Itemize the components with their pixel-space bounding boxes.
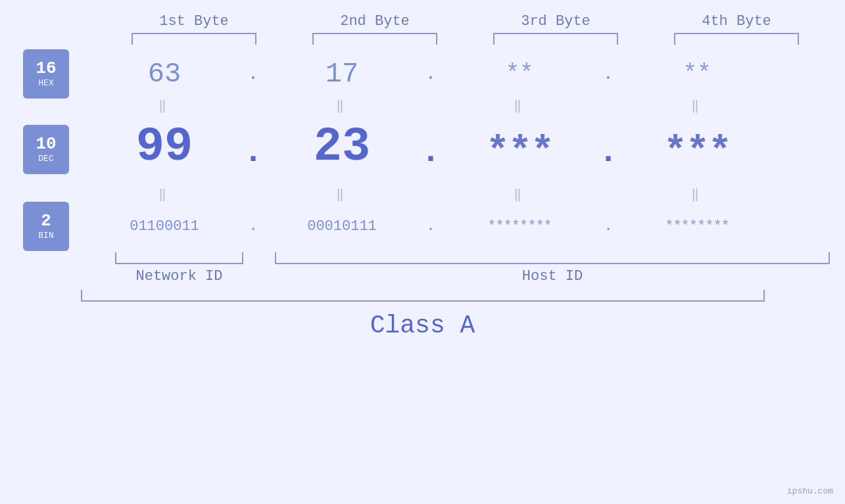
- class-row: Class A: [0, 311, 845, 340]
- dec-b1: 99: [92, 120, 237, 174]
- eq-col6: ‖: [270, 186, 414, 202]
- dec-b2: 23: [270, 120, 414, 174]
- bin-dot1: .: [237, 218, 270, 235]
- bin-b1: 01100011: [92, 218, 237, 235]
- byte3-label: 3rd Byte: [483, 13, 628, 30]
- network-bracket-bottom: [115, 252, 243, 264]
- bin-b4: ********: [625, 218, 769, 235]
- eq-cols-2: ‖ ‖ ‖ ‖: [92, 186, 845, 202]
- bin-b3: ********: [447, 218, 592, 235]
- bin-badge: 2 BIN: [23, 202, 69, 251]
- dec-badge-col: 10 DEC: [0, 125, 92, 174]
- hex-number: 16: [36, 60, 56, 77]
- dec-dot1: .: [237, 136, 270, 174]
- hex-dot3: .: [592, 64, 625, 84]
- hex-b3: **: [447, 60, 592, 87]
- bracket-b4: [674, 33, 799, 45]
- hex-data-cols: 63 . 17 . ** . **: [92, 58, 845, 90]
- eq-col2: ‖: [270, 97, 414, 114]
- watermark: ipshu.com: [787, 486, 833, 496]
- bin-data-cols: 01100011 . 00010111 . ******** . *******…: [92, 218, 845, 235]
- network-id-area: Network ID: [92, 252, 266, 285]
- bin-name: BIN: [38, 231, 53, 241]
- bracket-row-top: [104, 33, 827, 45]
- dec-b3: ***: [447, 129, 592, 174]
- bin-b2: 00010111: [270, 218, 414, 235]
- eq-col4: ‖: [625, 97, 769, 114]
- dec-data-cols: 99 . 23 . *** . ***: [92, 120, 845, 179]
- eq-col7: ‖: [447, 186, 592, 202]
- byte2-label: 2nd Byte: [302, 13, 447, 30]
- bracket-b2: [312, 33, 437, 45]
- main-container: 1st Byte 2nd Byte 3rd Byte 4th Byte 16 H…: [0, 0, 845, 504]
- bin-number: 2: [41, 212, 51, 229]
- host-id-area: Host ID: [266, 252, 838, 285]
- class-label: Class A: [370, 311, 475, 340]
- equals-row-1: ‖ ‖ ‖ ‖: [0, 95, 845, 115]
- class-area: Class A: [0, 290, 845, 340]
- hex-name: HEX: [38, 78, 53, 88]
- eq-col3: ‖: [447, 97, 592, 114]
- equals-row-2: ‖ ‖ ‖ ‖: [0, 184, 845, 204]
- dec-name: DEC: [38, 154, 53, 164]
- byte1-label: 1st Byte: [122, 13, 266, 30]
- bin-badge-col: 2 BIN: [0, 202, 92, 251]
- dec-badge: 10 DEC: [23, 125, 69, 174]
- hex-dot2: .: [414, 64, 447, 84]
- host-id-label: Host ID: [522, 268, 583, 285]
- network-id-label: Network ID: [135, 268, 222, 285]
- dec-number: 10: [36, 135, 56, 152]
- header-row: 1st Byte 2nd Byte 3rd Byte 4th Byte: [104, 13, 827, 30]
- bin-row: 2 BIN 01100011 . 00010111 . ******** .: [0, 204, 845, 248]
- full-bracket: [81, 290, 765, 302]
- host-bracket-bottom: [275, 252, 830, 264]
- bin-dot2: .: [414, 218, 447, 235]
- eq-col8: ‖: [625, 186, 769, 202]
- dec-dot3: .: [592, 136, 625, 174]
- byte4-label: 4th Byte: [664, 13, 809, 30]
- hex-b2: 17: [270, 58, 414, 90]
- dec-row: 10 DEC 99 . 23 . *** . ***: [0, 115, 845, 184]
- hex-badge: 16 HEX: [23, 49, 69, 99]
- bracket-b3: [493, 33, 618, 45]
- full-bracket-row: [0, 290, 845, 302]
- bracket-b1: [132, 33, 256, 45]
- eq-col1: ‖: [92, 97, 237, 114]
- bottom-labels-area: Network ID Host ID: [0, 252, 845, 285]
- eq-cols-1: ‖ ‖ ‖ ‖: [92, 97, 845, 114]
- dec-dot2: .: [414, 136, 447, 174]
- hex-row: 16 HEX 63 . 17 . ** . **: [0, 53, 845, 95]
- eq-col5: ‖: [92, 186, 237, 202]
- bin-dot3: .: [592, 218, 625, 235]
- hex-badge-col: 16 HEX: [0, 49, 92, 99]
- hex-dot1: .: [237, 64, 270, 84]
- dec-b4: ***: [625, 129, 769, 174]
- hex-b1: 63: [92, 58, 237, 90]
- hex-b4: **: [625, 60, 769, 87]
